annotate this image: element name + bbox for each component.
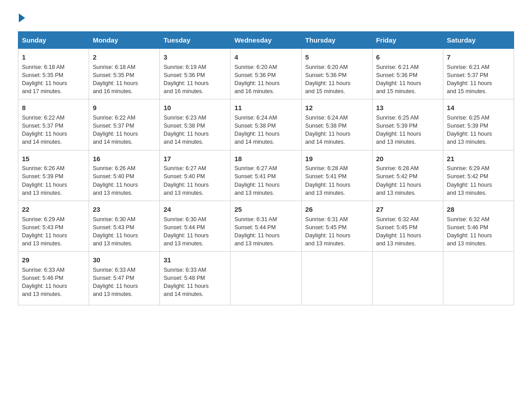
day-info: Sunrise: 6:26 AMSunset: 5:40 PMDaylight:… — [93, 164, 156, 197]
day-number: 11 — [234, 103, 297, 113]
calendar-cell: 22Sunrise: 6:29 AMSunset: 5:43 PMDayligh… — [18, 201, 89, 251]
day-info: Sunrise: 6:33 AMSunset: 5:48 PMDaylight:… — [163, 266, 227, 299]
calendar-cell: 24Sunrise: 6:30 AMSunset: 5:44 PMDayligh… — [160, 201, 231, 251]
day-info: Sunrise: 6:25 AMSunset: 5:39 PMDaylight:… — [447, 114, 510, 146]
calendar-cell: 1Sunrise: 6:18 AMSunset: 5:35 PMDaylight… — [18, 49, 89, 99]
day-info: Sunrise: 6:27 AMSunset: 5:41 PMDaylight:… — [234, 164, 297, 197]
day-info: Sunrise: 6:24 AMSunset: 5:38 PMDaylight:… — [305, 114, 369, 146]
day-info: Sunrise: 6:29 AMSunset: 5:43 PMDaylight:… — [22, 215, 85, 248]
day-info: Sunrise: 6:24 AMSunset: 5:38 PMDaylight:… — [234, 114, 297, 146]
day-info: Sunrise: 6:32 AMSunset: 5:45 PMDaylight:… — [376, 215, 439, 248]
weekday-header-sunday: Sunday — [18, 32, 89, 49]
calendar-cell: 20Sunrise: 6:28 AMSunset: 5:42 PMDayligh… — [372, 150, 443, 201]
weekday-header-friday: Friday — [372, 32, 443, 49]
day-info: Sunrise: 6:30 AMSunset: 5:43 PMDaylight:… — [93, 215, 156, 248]
calendar-week-row: 29Sunrise: 6:33 AMSunset: 5:46 PMDayligh… — [18, 252, 514, 305]
day-number: 22 — [22, 205, 85, 214]
day-number: 12 — [305, 103, 369, 113]
calendar-cell — [372, 252, 443, 305]
weekday-header-tuesday: Tuesday — [160, 32, 231, 49]
day-number: 31 — [163, 255, 227, 265]
day-number: 15 — [22, 154, 85, 164]
day-number: 8 — [22, 103, 85, 113]
calendar-cell: 17Sunrise: 6:27 AMSunset: 5:40 PMDayligh… — [160, 150, 231, 201]
logo-arrow-icon — [19, 13, 25, 22]
day-number: 9 — [93, 103, 156, 113]
day-number: 29 — [22, 255, 85, 265]
weekday-header-monday: Monday — [89, 32, 160, 49]
calendar-cell: 13Sunrise: 6:25 AMSunset: 5:39 PMDayligh… — [372, 99, 443, 150]
calendar-cell: 11Sunrise: 6:24 AMSunset: 5:38 PMDayligh… — [231, 99, 301, 150]
day-number: 3 — [163, 52, 227, 62]
day-number: 7 — [447, 52, 510, 62]
calendar-cell: 12Sunrise: 6:24 AMSunset: 5:38 PMDayligh… — [301, 99, 372, 150]
day-number: 27 — [376, 205, 439, 214]
calendar-table: SundayMondayTuesdayWednesdayThursdayFrid… — [18, 31, 514, 305]
day-number: 18 — [234, 154, 297, 164]
calendar-cell: 18Sunrise: 6:27 AMSunset: 5:41 PMDayligh… — [231, 150, 301, 201]
calendar-cell: 14Sunrise: 6:25 AMSunset: 5:39 PMDayligh… — [443, 99, 514, 150]
day-number: 1 — [22, 52, 85, 62]
day-number: 4 — [234, 52, 297, 62]
day-info: Sunrise: 6:30 AMSunset: 5:44 PMDaylight:… — [163, 215, 227, 248]
calendar-cell: 10Sunrise: 6:23 AMSunset: 5:38 PMDayligh… — [160, 99, 231, 150]
weekday-header-saturday: Saturday — [443, 32, 514, 49]
calendar-cell: 16Sunrise: 6:26 AMSunset: 5:40 PMDayligh… — [89, 150, 160, 201]
day-number: 26 — [305, 205, 369, 214]
calendar-cell — [443, 252, 514, 305]
weekday-header-wednesday: Wednesday — [231, 32, 301, 49]
day-info: Sunrise: 6:33 AMSunset: 5:47 PMDaylight:… — [93, 266, 156, 299]
day-number: 21 — [447, 154, 510, 164]
day-info: Sunrise: 6:21 AMSunset: 5:36 PMDaylight:… — [376, 63, 439, 96]
weekday-header-row: SundayMondayTuesdayWednesdayThursdayFrid… — [18, 32, 514, 49]
calendar-cell: 8Sunrise: 6:22 AMSunset: 5:37 PMDaylight… — [18, 99, 89, 150]
day-number: 10 — [163, 103, 227, 113]
calendar-cell: 15Sunrise: 6:26 AMSunset: 5:39 PMDayligh… — [18, 150, 89, 201]
day-info: Sunrise: 6:29 AMSunset: 5:42 PMDaylight:… — [447, 164, 510, 197]
calendar-cell: 6Sunrise: 6:21 AMSunset: 5:36 PMDaylight… — [372, 49, 443, 99]
calendar-cell: 19Sunrise: 6:28 AMSunset: 5:41 PMDayligh… — [301, 150, 372, 201]
logo — [18, 13, 26, 22]
day-info: Sunrise: 6:21 AMSunset: 5:37 PMDaylight:… — [447, 63, 510, 96]
day-info: Sunrise: 6:27 AMSunset: 5:40 PMDaylight:… — [163, 164, 227, 197]
day-number: 24 — [163, 205, 227, 214]
day-info: Sunrise: 6:32 AMSunset: 5:46 PMDaylight:… — [447, 215, 510, 248]
day-info: Sunrise: 6:20 AMSunset: 5:36 PMDaylight:… — [305, 63, 369, 96]
calendar-cell: 26Sunrise: 6:31 AMSunset: 5:45 PMDayligh… — [301, 201, 372, 251]
calendar-cell — [301, 252, 372, 305]
day-number: 2 — [93, 52, 156, 62]
weekday-header-thursday: Thursday — [301, 32, 372, 49]
calendar-cell: 29Sunrise: 6:33 AMSunset: 5:46 PMDayligh… — [18, 252, 89, 305]
calendar-cell: 7Sunrise: 6:21 AMSunset: 5:37 PMDaylight… — [443, 49, 514, 99]
day-number: 25 — [234, 205, 297, 214]
day-number: 14 — [447, 103, 510, 113]
calendar-cell: 4Sunrise: 6:20 AMSunset: 5:36 PMDaylight… — [231, 49, 301, 99]
day-number: 20 — [376, 154, 439, 164]
calendar-cell: 9Sunrise: 6:22 AMSunset: 5:37 PMDaylight… — [89, 99, 160, 150]
day-info: Sunrise: 6:26 AMSunset: 5:39 PMDaylight:… — [22, 164, 85, 197]
page-header — [18, 13, 514, 22]
day-number: 17 — [163, 154, 227, 164]
calendar-cell: 31Sunrise: 6:33 AMSunset: 5:48 PMDayligh… — [160, 252, 231, 305]
calendar-cell: 21Sunrise: 6:29 AMSunset: 5:42 PMDayligh… — [443, 150, 514, 201]
calendar-cell — [231, 252, 301, 305]
day-info: Sunrise: 6:23 AMSunset: 5:38 PMDaylight:… — [163, 114, 227, 146]
day-number: 5 — [305, 52, 369, 62]
day-info: Sunrise: 6:25 AMSunset: 5:39 PMDaylight:… — [376, 114, 439, 146]
calendar-week-row: 15Sunrise: 6:26 AMSunset: 5:39 PMDayligh… — [18, 150, 514, 201]
calendar-cell: 28Sunrise: 6:32 AMSunset: 5:46 PMDayligh… — [443, 201, 514, 251]
day-info: Sunrise: 6:28 AMSunset: 5:42 PMDaylight:… — [376, 164, 439, 197]
calendar-cell: 3Sunrise: 6:19 AMSunset: 5:36 PMDaylight… — [160, 49, 231, 99]
calendar-cell: 30Sunrise: 6:33 AMSunset: 5:47 PMDayligh… — [89, 252, 160, 305]
calendar-cell: 5Sunrise: 6:20 AMSunset: 5:36 PMDaylight… — [301, 49, 372, 99]
day-number: 28 — [447, 205, 510, 214]
day-info: Sunrise: 6:20 AMSunset: 5:36 PMDaylight:… — [234, 63, 297, 96]
calendar-cell: 27Sunrise: 6:32 AMSunset: 5:45 PMDayligh… — [372, 201, 443, 251]
day-number: 19 — [305, 154, 369, 164]
calendar-week-row: 8Sunrise: 6:22 AMSunset: 5:37 PMDaylight… — [18, 99, 514, 150]
day-number: 13 — [376, 103, 439, 113]
day-info: Sunrise: 6:31 AMSunset: 5:45 PMDaylight:… — [305, 215, 369, 248]
calendar-cell: 2Sunrise: 6:18 AMSunset: 5:35 PMDaylight… — [89, 49, 160, 99]
day-info: Sunrise: 6:18 AMSunset: 5:35 PMDaylight:… — [22, 63, 85, 96]
day-info: Sunrise: 6:18 AMSunset: 5:35 PMDaylight:… — [93, 63, 156, 96]
